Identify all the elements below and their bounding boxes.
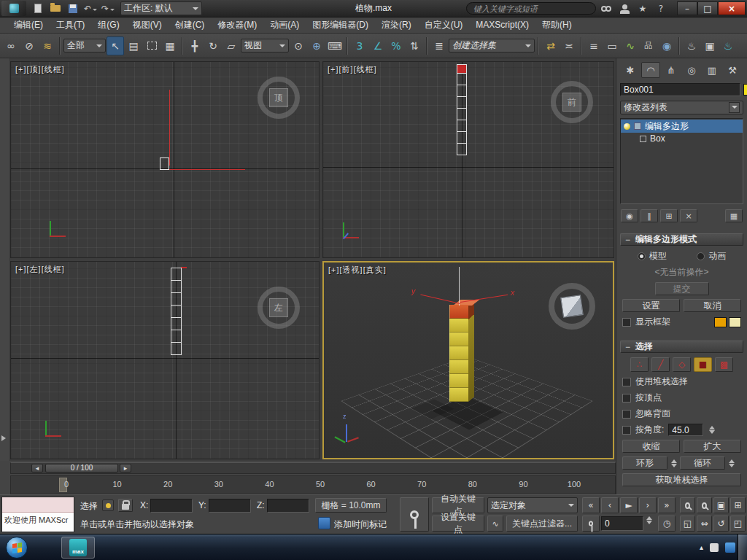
radio-dot[interactable]	[697, 252, 705, 260]
radio-animate[interactable]: 动画	[697, 250, 726, 262]
viewcube[interactable]: 左	[258, 287, 300, 329]
select-and-manipulate-button[interactable]: ⊕	[308, 36, 325, 55]
named-selection-dropdown[interactable]: 创建选择集	[449, 39, 535, 52]
favorites-button[interactable]: ★	[635, 1, 651, 16]
track-bar[interactable]: 0 10 20 30 40 50 60 70 80 90 100	[10, 475, 616, 494]
menu-views[interactable]: 视图(V)	[126, 18, 169, 33]
viewcube[interactable]: 前	[551, 81, 593, 123]
angle-spinner[interactable]	[708, 426, 716, 434]
gizmo-z-axis[interactable]	[459, 267, 460, 306]
edit-named-selections-button[interactable]: ≣	[430, 36, 448, 55]
unlink-selection-button[interactable]: ⊘	[20, 36, 38, 55]
grow-button[interactable]: 扩大	[684, 440, 741, 453]
key-mode-toggle-button[interactable]	[582, 516, 600, 532]
x-coordinate-field[interactable]	[150, 499, 193, 513]
radio-model[interactable]: 模型	[638, 250, 667, 262]
zoom-extents-button[interactable]: ▣	[713, 497, 729, 513]
key-filters-button[interactable]: 关键点过滤器...	[506, 516, 578, 532]
go-to-start-button[interactable]: «	[582, 497, 600, 513]
viewport-perspective[interactable]: [+][透视][真实] x y	[322, 261, 614, 459]
make-unique-button[interactable]: ⊞	[660, 209, 678, 222]
menu-animation[interactable]: 动画(A)	[263, 18, 306, 33]
ignore-backfacing-checkbox[interactable]	[622, 410, 631, 419]
start-button[interactable]	[6, 537, 28, 559]
listener-line[interactable]: 欢迎使用 MAXScr	[2, 513, 74, 532]
show-end-result-button[interactable]: ‖	[640, 209, 658, 222]
tray-icon[interactable]	[710, 543, 719, 552]
ring-button[interactable]: 环形	[622, 456, 667, 470]
lightbulb-icon[interactable]	[624, 123, 630, 130]
orbit-button[interactable]: ↺	[713, 516, 729, 532]
loop-spinner[interactable]	[727, 459, 735, 467]
get-stack-selection-button[interactable]: 获取堆栈选择	[622, 473, 741, 486]
cage-color-swatch-1[interactable]	[714, 317, 727, 327]
selection-lock-button[interactable]	[118, 499, 133, 512]
menu-help[interactable]: 帮助(H)	[535, 18, 578, 33]
object-name-field[interactable]	[620, 83, 740, 96]
zoom-region-button[interactable]: ◱	[680, 516, 695, 532]
redo-button[interactable]: ↷	[100, 1, 116, 16]
minimize-button[interactable]: –	[677, 1, 697, 15]
reference-coordinate-dropdown[interactable]: 视图	[241, 39, 289, 52]
stack-item-edit-poly[interactable]: 编辑多边形	[621, 120, 743, 133]
viewcube-cube[interactable]	[560, 295, 584, 318]
maximize-viewport-button[interactable]: ◰	[730, 516, 746, 532]
menu-customize[interactable]: 自定义(U)	[418, 18, 470, 33]
undo-button[interactable]: ↶	[82, 1, 98, 16]
selection-filter-dropdown[interactable]: 全部	[63, 39, 106, 52]
viewcube-ring[interactable]: 左	[258, 287, 300, 329]
subobject-edge-button[interactable]: ╱	[651, 357, 670, 372]
box-object-perspective[interactable]	[449, 305, 468, 402]
viewport-left[interactable]: [+][左][线框] 左	[10, 261, 320, 459]
expand-tray-button[interactable]	[1, 432, 9, 445]
open-file-button[interactable]	[47, 1, 63, 16]
new-scene-button[interactable]	[30, 1, 46, 16]
by-vertex-checkbox[interactable]	[622, 394, 631, 402]
configure-modifier-sets-button[interactable]: ▦	[725, 209, 743, 222]
object-color-swatch[interactable]	[743, 84, 747, 96]
sign-in-button[interactable]	[616, 1, 632, 16]
select-and-move-button[interactable]: ╋	[186, 36, 204, 55]
tab-utilities[interactable]: ⚒	[723, 62, 742, 78]
show-cage-checkbox[interactable]	[622, 318, 631, 327]
3dsmax-logo-icon[interactable]	[1, 1, 26, 16]
modifier-stack[interactable]: 编辑多边形 Box	[620, 118, 743, 204]
subobject-vertex-button[interactable]: ∴	[630, 357, 649, 372]
save-button[interactable]	[65, 1, 81, 16]
maximize-button[interactable]: □	[697, 1, 718, 15]
subobject-border-button[interactable]: ◇	[673, 357, 691, 372]
tab-display[interactable]: ▥	[703, 62, 721, 78]
zoom-all-button[interactable]	[697, 497, 712, 513]
time-configuration-button[interactable]: ◷	[658, 516, 676, 532]
menu-rendering[interactable]: 渲染(R)	[375, 18, 418, 33]
zoom-extents-all-button[interactable]: ⊞	[730, 497, 746, 513]
select-by-name-button[interactable]: ▤	[125, 36, 142, 55]
previous-key-button[interactable]: ‹	[601, 497, 619, 513]
modifier-list-dropdown[interactable]: 修改器列表	[620, 101, 743, 114]
schematic-view-button[interactable]: 品	[640, 36, 657, 55]
box-object-top-view[interactable]	[160, 158, 169, 170]
help-button[interactable]: ?	[653, 1, 669, 16]
dropdown-button[interactable]	[729, 102, 740, 113]
macro-recorder-line[interactable]	[2, 497, 74, 513]
selected-polygon[interactable]	[449, 305, 468, 319]
viewport-top[interactable]: [+][顶][线框] 顶	[10, 61, 320, 258]
viewcube-ring[interactable]: 顶	[258, 77, 300, 119]
viewport-left-label[interactable]: [+][左][线框]	[15, 264, 65, 275]
set-key-button[interactable]: 设置关键点	[432, 516, 484, 532]
taskbar-item-3dsmax[interactable]: max	[61, 537, 95, 559]
default-tangent-button[interactable]: ∿	[487, 516, 503, 532]
layer-manager-button[interactable]: ≡	[585, 36, 603, 55]
stack-item-box[interactable]: Box	[621, 133, 743, 144]
material-editor-button[interactable]: ◉	[658, 36, 676, 55]
pin-stack-button[interactable]: ◉	[621, 209, 638, 222]
menu-edit[interactable]: 编辑(E)	[7, 18, 50, 33]
viewcube[interactable]: 顶	[258, 77, 300, 119]
viewcube-ring[interactable]: 前	[551, 81, 593, 123]
use-pivot-center-button[interactable]: ⊙	[290, 36, 307, 55]
cancel-button[interactable]: 取消	[684, 299, 741, 312]
menu-tools[interactable]: 工具(T)	[50, 18, 91, 33]
search-button[interactable]	[598, 1, 614, 16]
rollout-header[interactable]: − 选择	[620, 341, 743, 353]
angle-snap-button[interactable]: ∠	[369, 36, 387, 55]
